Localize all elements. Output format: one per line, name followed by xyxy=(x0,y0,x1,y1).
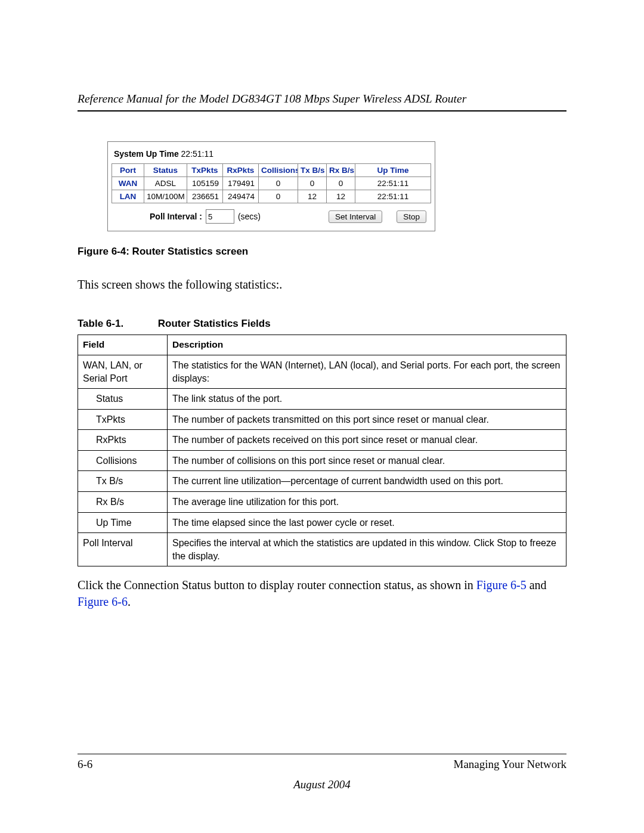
fields-row: Up TimeThe time elapsed since the last p… xyxy=(78,512,566,533)
para-text: and xyxy=(527,578,547,592)
cell-txpkts: 236651 xyxy=(187,190,223,203)
fields-cell-field: Status xyxy=(78,389,168,410)
fields-hdr-desc: Description xyxy=(168,335,566,355)
footer-rule xyxy=(78,754,566,754)
hdr-rxbs: Rx B/s xyxy=(327,164,355,177)
fields-cell-field: Tx B/s xyxy=(78,471,168,492)
fields-hdr-field: Field xyxy=(78,335,168,355)
fields-cell-desc: The number of packets transmitted on thi… xyxy=(168,409,566,430)
cell-txpkts: 105159 xyxy=(187,177,223,190)
fields-cell-desc: The number of packets received on this p… xyxy=(168,430,566,451)
cell-txbs: 12 xyxy=(298,190,327,203)
hdr-txbs: Tx B/s xyxy=(298,164,327,177)
para-text: . xyxy=(128,595,131,608)
paragraph: Click the Connection Status button to di… xyxy=(78,577,566,610)
fields-row: Rx B/sThe average line utilization for t… xyxy=(78,492,566,513)
set-interval-button[interactable]: Set Interval xyxy=(329,210,382,223)
cell-rxbs: 0 xyxy=(327,177,355,190)
system-uptime-value: 22:51:11 xyxy=(181,149,214,159)
fields-cell-desc: The time elapsed since the last power cy… xyxy=(168,512,566,533)
stats-row: LAN 10M/100M 236651 249474 0 12 12 22:51… xyxy=(112,190,431,203)
table-caption-title: Router Statistics Fields xyxy=(158,318,271,329)
router-stats-screenshot: System Up Time 22:51:11 Port Status TxPk… xyxy=(107,141,435,231)
cell-uptime: 22:51:11 xyxy=(355,190,431,203)
table-caption: Table 6-1. Router Statistics Fields xyxy=(78,318,566,330)
hdr-collisions: Collisions xyxy=(259,164,298,177)
system-uptime-line: System Up Time 22:51:11 xyxy=(112,145,431,163)
hdr-uptime: Up Time xyxy=(355,164,431,177)
fields-cell-field: TxPkts xyxy=(78,409,168,430)
poll-controls: Poll Interval : (secs) Set Interval Stop xyxy=(112,203,431,225)
fields-cell-field: Up Time xyxy=(78,512,168,533)
poll-interval-input[interactable] xyxy=(206,209,234,224)
stop-button[interactable]: Stop xyxy=(397,210,426,223)
section-title: Managing Your Network xyxy=(454,758,566,771)
hdr-port: Port xyxy=(112,164,144,177)
cell-rxpkts: 249474 xyxy=(223,190,259,203)
fields-cell-field: WAN, LAN, or Serial Port xyxy=(78,355,168,388)
fields-cell-desc: The average line utilization for this po… xyxy=(168,492,566,513)
fields-header-row: Field Description xyxy=(78,335,566,355)
page-footer: 6-6 Managing Your Network August 2004 xyxy=(78,754,566,791)
fields-cell-desc: The number of collisions on this port si… xyxy=(168,450,566,471)
link-figure-6-5[interactable]: Figure 6-5 xyxy=(476,578,527,592)
fields-row: CollisionsThe number of collisions on th… xyxy=(78,450,566,471)
cell-txbs: 0 xyxy=(298,177,327,190)
header-rule xyxy=(78,110,566,112)
fields-cell-field: RxPkts xyxy=(78,430,168,451)
cell-uptime: 22:51:11 xyxy=(355,177,431,190)
para-text: Click the Connection Status button to di… xyxy=(78,578,476,592)
cell-rxbs: 12 xyxy=(327,190,355,203)
cell-collisions: 0 xyxy=(259,177,298,190)
paragraph: This screen shows the following statisti… xyxy=(78,277,566,293)
fields-cell-desc: Specifies the interval at which the stat… xyxy=(168,533,566,566)
figure-caption: Figure 6-4: Router Statistics screen xyxy=(78,246,566,258)
link-figure-6-6[interactable]: Figure 6-6 xyxy=(78,595,128,608)
table-caption-number: Table 6-1. xyxy=(78,318,155,330)
fields-row: RxPktsThe number of packets received on … xyxy=(78,430,566,451)
fields-row: Tx B/sThe current line utilization—perce… xyxy=(78,471,566,492)
fields-cell-field: Poll Interval xyxy=(78,533,168,566)
fields-row: TxPktsThe number of packets transmitted … xyxy=(78,409,566,430)
cell-collisions: 0 xyxy=(259,190,298,203)
fields-row: StatusThe link status of the port. xyxy=(78,389,566,410)
fields-row: Poll IntervalSpecifies the interval at w… xyxy=(78,533,566,566)
cell-port: LAN xyxy=(112,190,144,203)
cell-status: 10M/100M xyxy=(144,190,187,203)
fields-row: WAN, LAN, or Serial PortThe statistics f… xyxy=(78,355,566,388)
fields-cell-field: Rx B/s xyxy=(78,492,168,513)
system-uptime-label: System Up Time xyxy=(114,149,179,159)
cell-status: ADSL xyxy=(144,177,187,190)
fields-cell-desc: The current line utilization—percentage … xyxy=(168,471,566,492)
fields-cell-field: Collisions xyxy=(78,450,168,471)
fields-table: Field Description WAN, LAN, or Serial Po… xyxy=(78,335,566,566)
poll-interval-label: Poll Interval : xyxy=(150,212,202,221)
fields-cell-desc: The statistics for the WAN (Internet), L… xyxy=(168,355,566,388)
page-number: 6-6 xyxy=(78,758,92,771)
stats-row: WAN ADSL 105159 179491 0 0 0 22:51:11 xyxy=(112,177,431,190)
hdr-txpkts: TxPkts xyxy=(187,164,223,177)
cell-port: WAN xyxy=(112,177,144,190)
cell-rxpkts: 179491 xyxy=(223,177,259,190)
hdr-rxpkts: RxPkts xyxy=(223,164,259,177)
footer-date: August 2004 xyxy=(78,778,566,791)
hdr-status: Status xyxy=(144,164,187,177)
stats-table: Port Status TxPkts RxPkts Collisions Tx … xyxy=(112,163,431,203)
doc-header-title: Reference Manual for the Model DG834GT 1… xyxy=(78,92,566,106)
stats-header-row: Port Status TxPkts RxPkts Collisions Tx … xyxy=(112,164,431,177)
secs-label: (secs) xyxy=(238,212,261,221)
fields-cell-desc: The link status of the port. xyxy=(168,389,566,410)
